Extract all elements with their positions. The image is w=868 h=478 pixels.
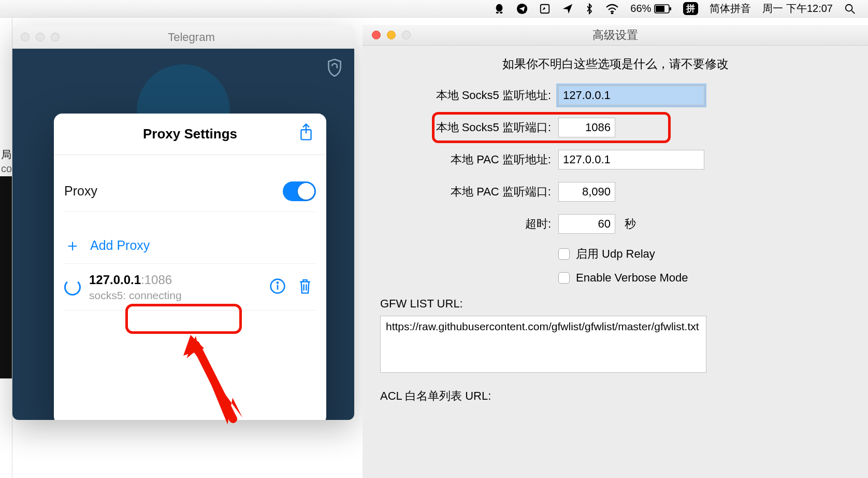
connecting-spinner-icon: [64, 279, 81, 296]
proxy-settings-header: Proxy Settings: [54, 114, 326, 155]
proxy-master-label: Proxy: [64, 184, 97, 199]
background-dark-strip: [0, 176, 12, 378]
svg-point-2: [500, 11, 503, 13]
pac-addr-label: 本地 PAC 监听地址:: [380, 152, 551, 167]
bluetooth-icon[interactable]: [585, 3, 594, 15]
socks5-addr-row: 本地 Socks5 监听地址:: [380, 86, 850, 105]
proxy-settings-content: Proxy ＋ Add Proxy 127.0.0.1:1086 socks5:…: [54, 155, 326, 311]
udp-relay-label: 启用 Udp Relay: [576, 246, 655, 262]
proxy-settings-title: Proxy Settings: [143, 126, 237, 142]
pac-addr-row: 本地 PAC 监听地址:: [380, 150, 850, 170]
advanced-window-title: 高级设置: [363, 27, 868, 43]
gfw-url-textarea[interactable]: [380, 316, 706, 373]
close-icon[interactable]: [21, 33, 30, 41]
pac-port-row: 本地 PAC 监听端口:: [380, 182, 850, 202]
spotlight-icon[interactable]: [844, 3, 856, 15]
svg-point-9: [846, 4, 852, 11]
socks5-port-input[interactable]: [558, 118, 615, 137]
qq-icon[interactable]: [494, 3, 505, 15]
proxy-master-row: Proxy: [64, 171, 316, 212]
clock[interactable]: 周一 下午12:07: [762, 2, 833, 16]
proxy-entry-address: 127.0.0.1:1086: [89, 273, 261, 287]
gfw-section-label: GFW LIST URL:: [380, 297, 850, 311]
socks5-addr-input[interactable]: [558, 86, 704, 105]
udp-relay-row[interactable]: 启用 Udp Relay: [558, 246, 850, 262]
battery-icon: [654, 4, 672, 13]
acl-section-label: ACL 白名单列表 URL:: [380, 388, 850, 404]
proxy-entry[interactable]: 127.0.0.1:1086 socks5: connecting: [64, 264, 316, 311]
telegram-menubar-icon[interactable]: [516, 3, 528, 15]
timeout-unit: 秒: [625, 216, 636, 232]
info-icon[interactable]: [269, 278, 286, 297]
svg-point-5: [612, 12, 613, 13]
maximize-icon[interactable]: [51, 33, 60, 41]
macos-menubar: 66% 拼 简体拼音 周一 下午12:07: [0, 0, 868, 18]
udp-relay-checkbox[interactable]: [558, 248, 570, 260]
proxy-settings-card: Proxy Settings Proxy ＋ Add Proxy: [54, 114, 326, 420]
shield-icon[interactable]: [326, 58, 343, 79]
timeout-row: 超时: 秒: [380, 214, 850, 234]
timeout-input[interactable]: [558, 214, 615, 234]
advanced-body: 如果你不明白这些选项是什么，请不要修改 本地 Socks5 监听地址: 本地 S…: [363, 46, 868, 419]
svg-rect-7: [656, 6, 664, 12]
location-icon[interactable]: [562, 3, 573, 15]
share-icon[interactable]: [298, 123, 314, 144]
telegram-traffic-lights[interactable]: [12, 33, 60, 41]
svg-point-1: [496, 11, 499, 13]
proxy-entry-status: socks5: connecting: [89, 289, 261, 302]
proxy-entry-host: 127.0.0.1: [89, 273, 141, 287]
verbose-label: Enable Verbose Mode: [576, 271, 688, 285]
telegram-titlebar[interactable]: Telegram: [12, 26, 354, 49]
add-proxy-label: Add Proxy: [90, 238, 150, 253]
battery-percent: 66%: [630, 3, 651, 15]
socks5-port-label: 本地 Socks5 监听端口:: [380, 120, 551, 135]
telegram-window: Telegram Proxy Settings Proxy ＋: [12, 26, 354, 420]
trash-icon[interactable]: [297, 277, 313, 297]
pac-port-input[interactable]: [558, 182, 615, 202]
proxy-entry-port: :1086: [141, 273, 172, 287]
telegram-window-title: Telegram: [60, 31, 354, 44]
ime-badge[interactable]: 拼: [683, 2, 698, 15]
svg-point-13: [277, 282, 278, 283]
svg-point-0: [496, 4, 503, 11]
screenshot-icon[interactable]: [539, 3, 551, 15]
background-text-1: 局: [1, 148, 11, 162]
telegram-body: Proxy Settings Proxy ＋ Add Proxy: [12, 49, 354, 420]
proxy-toggle[interactable]: [283, 181, 316, 201]
minimize-icon[interactable]: [36, 33, 45, 41]
pac-addr-input[interactable]: [558, 150, 704, 170]
advanced-titlebar[interactable]: 高级设置: [363, 25, 868, 46]
battery-status[interactable]: 66%: [630, 3, 672, 15]
verbose-checkbox[interactable]: [558, 272, 570, 284]
socks5-port-row: 本地 Socks5 监听端口:: [380, 118, 850, 137]
timeout-label: 超时:: [380, 216, 551, 232]
socks5-addr-label: 本地 Socks5 监听地址:: [380, 88, 551, 103]
ime-name[interactable]: 简体拼音: [710, 2, 751, 16]
wifi-icon[interactable]: [605, 4, 619, 14]
add-proxy-button[interactable]: ＋ Add Proxy: [64, 228, 316, 264]
svg-rect-8: [670, 7, 671, 10]
plus-icon: ＋: [64, 234, 81, 257]
advanced-settings-window: 高级设置 如果你不明白这些选项是什么，请不要修改 本地 Socks5 监听地址:…: [363, 25, 868, 478]
advanced-warning: 如果你不明白这些选项是什么，请不要修改: [380, 56, 850, 72]
verbose-row[interactable]: Enable Verbose Mode: [558, 271, 850, 285]
background-window-edge: 局 co: [0, 18, 12, 478]
background-text-2: co: [1, 163, 12, 175]
pac-port-label: 本地 PAC 监听端口:: [380, 184, 551, 200]
